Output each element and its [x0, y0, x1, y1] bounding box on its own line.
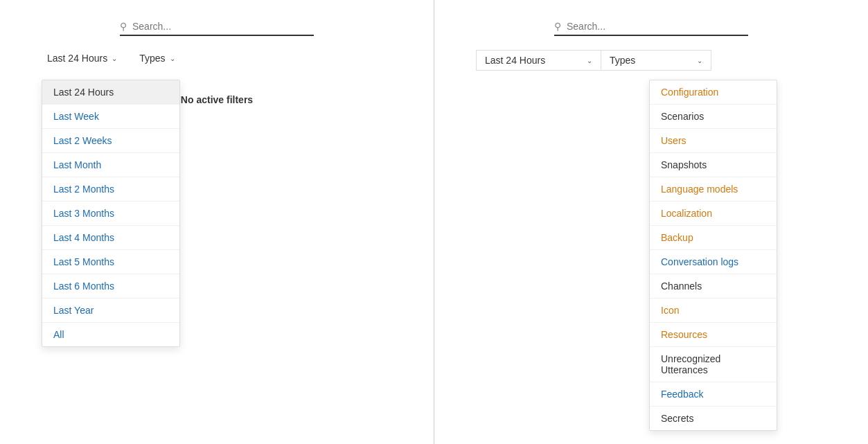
right-filter-bar: Last 24 Hours ⌄ Types ⌄: [476, 50, 826, 71]
type-option-resources[interactable]: Resources: [650, 323, 777, 347]
left-time-chevron-icon: ⌄: [112, 55, 117, 62]
right-time-chevron-icon: ⌄: [587, 57, 592, 64]
type-option-backup[interactable]: Backup: [650, 226, 777, 250]
right-types-filter-dropdown[interactable]: Types ⌄: [601, 50, 711, 71]
type-option-feedback[interactable]: Feedback: [650, 382, 777, 407]
right-types-dropdown-menu: Configuration Scenarios Users Snapshots …: [649, 80, 777, 431]
time-option-all[interactable]: All: [42, 323, 179, 346]
right-types-filter-label: Types: [610, 55, 635, 66]
type-option-language-models[interactable]: Language models: [650, 177, 777, 202]
time-option-last-week[interactable]: Last Week: [42, 105, 179, 129]
time-option-last-2-weeks[interactable]: Last 2 Weeks: [42, 129, 179, 153]
time-option-last-5-months[interactable]: Last 5 Months: [42, 250, 179, 274]
left-search-input[interactable]: [132, 21, 271, 32]
right-time-filter-dropdown[interactable]: Last 24 Hours ⌄: [476, 50, 601, 71]
time-option-last-year[interactable]: Last Year: [42, 299, 179, 323]
left-types-filter-label: Types: [139, 53, 165, 64]
type-option-conversation-logs[interactable]: Conversation logs: [650, 250, 777, 274]
right-search-icon: ⚲: [554, 21, 561, 32]
time-option-last-4-months[interactable]: Last 4 Months: [42, 226, 179, 250]
left-search-container: ⚲: [120, 21, 314, 36]
type-option-channels[interactable]: Channels: [650, 274, 777, 299]
type-option-users[interactable]: Users: [650, 129, 777, 153]
left-filter-bar: Last 24 Hours ⌄ Types ⌄: [42, 50, 392, 66]
type-option-icon[interactable]: Icon: [650, 299, 777, 323]
time-option-last-6-months[interactable]: Last 6 Months: [42, 274, 179, 299]
left-panel: ⚲ Last 24 Hours ⌄ Types ⌄ Last 24 Hours …: [0, 0, 434, 444]
left-types-filter-dropdown[interactable]: Types ⌄: [134, 50, 180, 66]
time-option-last-24-hours[interactable]: Last 24 Hours: [42, 80, 179, 105]
left-types-chevron-icon: ⌄: [170, 55, 175, 62]
right-types-chevron-icon: ⌄: [697, 57, 702, 64]
time-option-last-3-months[interactable]: Last 3 Months: [42, 202, 179, 226]
left-time-filter-label: Last 24 Hours: [47, 53, 107, 64]
left-search-icon: ⚲: [120, 21, 127, 32]
left-time-filter-dropdown[interactable]: Last 24 Hours ⌄: [42, 50, 123, 66]
time-option-last-2-months[interactable]: Last 2 Months: [42, 177, 179, 202]
type-option-snapshots[interactable]: Snapshots: [650, 153, 777, 177]
type-option-secrets[interactable]: Secrets: [650, 407, 777, 430]
left-time-dropdown-menu: Last 24 Hours Last Week Last 2 Weeks Las…: [42, 80, 180, 347]
time-option-last-month[interactable]: Last Month: [42, 153, 179, 177]
right-panel: ⚲ Last 24 Hours ⌄ Types ⌄ Configuration …: [434, 0, 868, 444]
type-option-configuration[interactable]: Configuration: [650, 80, 777, 105]
right-time-filter-label: Last 24 Hours: [485, 55, 545, 66]
type-option-localization[interactable]: Localization: [650, 202, 777, 226]
right-search-input[interactable]: [567, 21, 705, 32]
type-option-scenarios[interactable]: Scenarios: [650, 105, 777, 129]
type-option-unrecognized-utterances[interactable]: Unrecognized Utterances: [650, 347, 777, 382]
right-search-container: ⚲: [554, 21, 748, 36]
